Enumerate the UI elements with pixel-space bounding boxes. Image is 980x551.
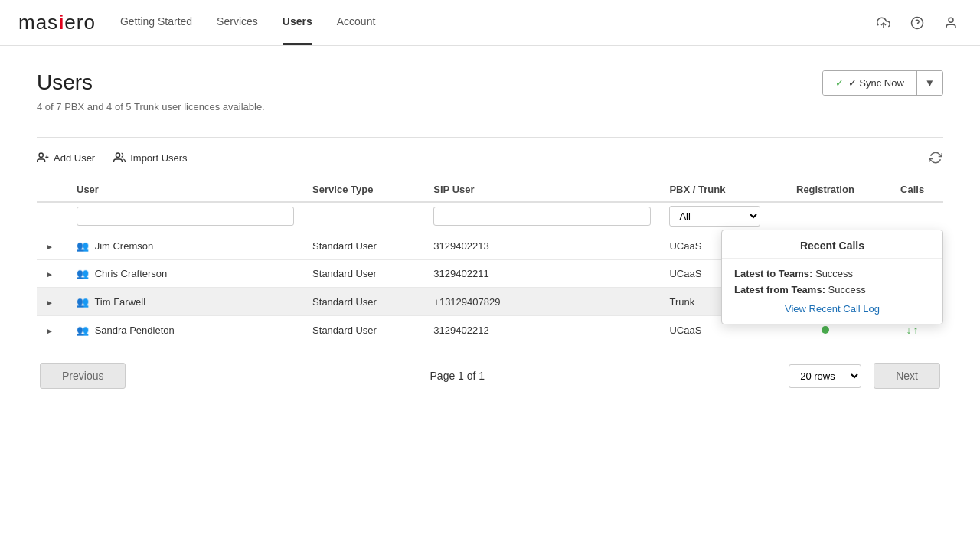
import-users-link[interactable]: Import Users xyxy=(113,152,187,164)
row-sip-user-2: 3129402211 xyxy=(424,260,660,288)
help-icon[interactable] xyxy=(906,12,928,34)
check-icon: ✓ xyxy=(835,77,844,89)
row-expand-3[interactable]: ► xyxy=(37,288,67,316)
sync-btn-group: ✓ ✓ Sync Now ▼ xyxy=(822,70,943,96)
title-block: Users 4 of 7 PBX and 4 of 5 Trunk user l… xyxy=(37,70,265,131)
nav-account[interactable]: Account xyxy=(337,0,376,45)
actions-bar: Add User Import Users xyxy=(37,150,943,165)
logo-text: masiero xyxy=(18,11,96,34)
view-recent-call-log-link[interactable]: View Recent Call Log xyxy=(734,303,930,315)
latest-to-teams-value: Success xyxy=(815,268,853,279)
row-name-2: 👥 Chris Crafterson xyxy=(67,260,303,288)
subtitle: 4 of 7 PBX and 4 of 5 Trunk user licence… xyxy=(37,101,265,112)
import-users-label: Import Users xyxy=(130,152,187,164)
row-service-type-2: Standard User xyxy=(303,260,424,288)
sync-now-button[interactable]: ✓ ✓ Sync Now xyxy=(823,71,916,95)
popup-body: Latest to Teams: Success Latest from Tea… xyxy=(722,259,942,324)
svg-point-3 xyxy=(949,18,953,22)
expand-icon-3[interactable]: ► xyxy=(46,298,54,307)
logo-dot: i xyxy=(58,11,64,34)
row-sip-user-4: 3129402212 xyxy=(424,316,660,344)
page-title: Users xyxy=(37,70,265,95)
sync-chevron-button[interactable]: ▼ xyxy=(916,71,942,95)
svg-point-4 xyxy=(39,153,43,157)
sync-now-label: ✓ Sync Now xyxy=(848,77,904,89)
filter-service-type-cell xyxy=(303,202,424,233)
row-sip-user-3: +13129407829 xyxy=(424,288,660,316)
user-service-icon-3: 👥 xyxy=(77,296,89,308)
filter-pbx-trunk-select[interactable]: All xyxy=(669,206,760,227)
table-filter-row: All xyxy=(37,202,943,233)
add-user-icon xyxy=(37,152,49,164)
user-service-icon-2: 👥 xyxy=(77,268,89,279)
latest-from-teams-row: Latest from Teams: Success xyxy=(734,284,930,295)
row-name-1: 👥 Jim Cremson xyxy=(67,233,303,260)
table-header-row: User Service Type SIP User PBX / Trunk R… xyxy=(37,178,943,202)
logo: masiero xyxy=(18,11,96,34)
call-arrows-4: ↓ ↑ xyxy=(906,324,919,336)
add-user-link[interactable]: Add User xyxy=(37,152,95,164)
filter-user-cell xyxy=(67,202,303,233)
filter-registration-cell xyxy=(769,202,881,233)
col-sip-user: SIP User xyxy=(424,178,660,202)
user-service-icon-1: 👥 xyxy=(77,240,89,252)
filter-sip-user-input[interactable] xyxy=(433,207,651,226)
header: masiero Getting Started Services Users A… xyxy=(0,0,980,46)
account-user-icon[interactable] xyxy=(940,12,962,34)
expand-icon-1[interactable]: ► xyxy=(46,243,54,251)
filter-sip-user-cell xyxy=(424,202,660,233)
nav-services[interactable]: Services xyxy=(217,0,258,45)
row-expand-4[interactable]: ► xyxy=(37,316,67,344)
arrow-down-icon-4: ↓ xyxy=(906,324,912,336)
svg-point-7 xyxy=(116,153,120,157)
latest-to-teams-label: Latest to Teams: xyxy=(734,268,812,279)
page-info: Page 1 of 1 xyxy=(430,370,485,382)
nav-getting-started[interactable]: Getting Started xyxy=(120,0,192,45)
import-users-icon xyxy=(113,152,126,164)
rows-per-page-select[interactable]: 10 rows 20 rows 50 rows 100 rows xyxy=(789,364,861,388)
pagination: Previous Page 1 of 1 10 rows 20 rows 50 … xyxy=(37,363,943,389)
add-user-label: Add User xyxy=(54,152,95,164)
row-name-4: 👥 Sandra Pendleton xyxy=(67,316,303,344)
filter-pbx-trunk-cell: All xyxy=(660,202,769,233)
latest-to-teams-row: Latest to Teams: Success xyxy=(734,268,930,279)
registration-dot-4 xyxy=(822,326,829,334)
col-registration: Registration xyxy=(769,178,881,202)
row-service-type-1: Standard User xyxy=(303,233,424,260)
col-user: User xyxy=(67,178,303,202)
col-expand xyxy=(37,178,67,202)
popup-title: Recent Calls xyxy=(722,230,942,259)
arrow-up-icon-4: ↑ xyxy=(913,324,919,336)
row-expand-1[interactable]: ► xyxy=(37,233,67,260)
recent-calls-popup[interactable]: Recent Calls Latest to Teams: Success La… xyxy=(721,230,943,324)
expand-icon-4[interactable]: ► xyxy=(46,327,54,335)
user-service-icon-4: 👥 xyxy=(77,324,89,336)
latest-from-teams-label: Latest from Teams: xyxy=(734,284,825,295)
col-pbx-trunk: PBX / Trunk xyxy=(660,178,769,202)
filter-user-input[interactable] xyxy=(77,207,294,226)
expand-icon-2[interactable]: ► xyxy=(46,270,54,279)
filter-expand-cell xyxy=(37,202,67,233)
divider xyxy=(37,137,943,138)
latest-from-teams-value: Success xyxy=(828,284,866,295)
header-icons xyxy=(873,12,962,34)
row-service-type-4: Standard User xyxy=(303,316,424,344)
pagination-right: 10 rows 20 rows 50 rows 100 rows Next xyxy=(789,363,940,389)
next-button[interactable]: Next xyxy=(874,363,940,389)
nav-users[interactable]: Users xyxy=(283,0,312,45)
main-nav: Getting Started Services Users Account xyxy=(120,0,873,45)
refresh-icon[interactable] xyxy=(928,150,943,165)
row-sip-user-1: 3129402213 xyxy=(424,233,660,260)
filter-calls-cell xyxy=(881,202,943,233)
previous-button[interactable]: Previous xyxy=(40,363,126,389)
title-row: Users 4 of 7 PBX and 4 of 5 Trunk user l… xyxy=(37,70,943,131)
col-service-type: Service Type xyxy=(303,178,424,202)
row-service-type-3: Standard User xyxy=(303,288,424,316)
col-calls: Calls xyxy=(881,178,943,202)
upload-icon[interactable] xyxy=(873,12,894,34)
row-expand-2[interactable]: ► xyxy=(37,260,67,288)
row-name-3: 👥 Tim Farwell xyxy=(67,288,303,316)
actions-left: Add User Import Users xyxy=(37,152,188,164)
